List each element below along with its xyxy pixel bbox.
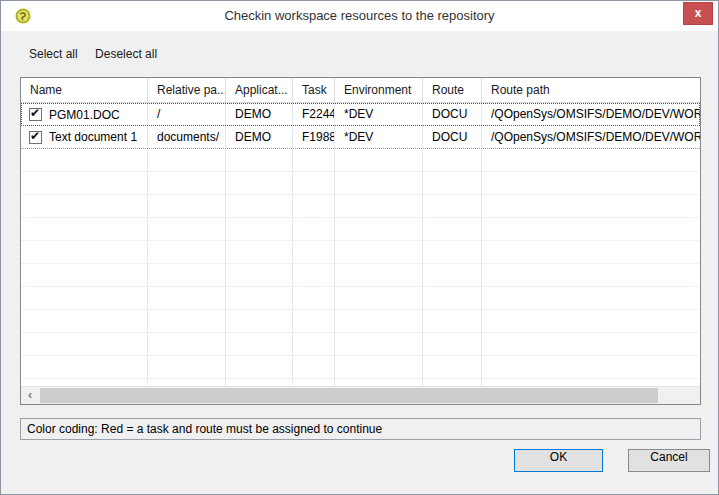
select-all-link[interactable]: Select all (29, 47, 78, 61)
table-row[interactable]: ✔ Text document 1 documents/ DEMO F1988 … (21, 126, 700, 149)
name-cell: ✔ PGM01.DOC (21, 103, 148, 126)
environment-cell: *DEV (335, 126, 423, 148)
grid-line (292, 149, 293, 386)
route-path-cell: /QOpenSys/OMSIFS/DEMO/DEV/WORD/ (482, 103, 700, 126)
window-title: Checkin workspace resources to the repos… (41, 1, 678, 31)
column-header-route-path[interactable]: Route path (482, 78, 700, 102)
task-cell: F1988 (293, 126, 335, 148)
table-header-row: Name Relative pa... Applicat... Task Env… (21, 78, 700, 103)
resource-name: PGM01.DOC (49, 104, 120, 126)
deselect-all-link[interactable]: Deselect all (95, 47, 157, 61)
column-header-name[interactable]: Name (21, 78, 148, 102)
task-cell: F2244 (293, 103, 335, 126)
table-row[interactable]: ✔ PGM01.DOC / DEMO F2244 *DEV DOCU /QOpe… (21, 103, 700, 126)
resources-table: Name Relative pa... Applicat... Task Env… (20, 77, 701, 405)
selection-links: Select all Deselect all (29, 47, 171, 61)
route-cell: DOCU (423, 103, 482, 126)
relative-path-cell: / (148, 103, 226, 126)
dialog-window: Checkin workspace resources to the repos… (0, 0, 719, 495)
column-header-route[interactable]: Route (423, 78, 482, 102)
scrollbar-thumb[interactable] (40, 388, 658, 403)
cancel-button[interactable]: Cancel (628, 449, 710, 472)
application-cell: DEMO (226, 126, 293, 148)
status-message: Color coding: Red = a task and route mus… (27, 422, 382, 436)
title-bar: Checkin workspace resources to the repos… (1, 1, 718, 31)
grid-line (422, 149, 423, 386)
table-empty-area (21, 149, 700, 386)
application-cell: DEMO (226, 103, 293, 126)
resource-name: Text document 1 (49, 126, 137, 148)
grid-line (147, 149, 148, 386)
checkmark-icon: ✔ (30, 130, 40, 143)
ok-button[interactable]: OK (514, 449, 603, 472)
close-button[interactable]: x (683, 2, 713, 25)
column-header-application[interactable]: Applicat... (226, 78, 293, 102)
checkmark-icon: ✔ (30, 107, 40, 120)
relative-path-cell: documents/ (148, 126, 226, 148)
status-message-box: Color coding: Red = a task and route mus… (20, 418, 701, 440)
grid-line (225, 149, 226, 386)
grid-line (334, 149, 335, 386)
column-header-relative-path[interactable]: Relative pa... (148, 78, 226, 102)
app-icon (15, 8, 31, 24)
scroll-left-arrow-icon[interactable]: ‹ (21, 387, 39, 404)
row-checkbox[interactable]: ✔ (29, 108, 42, 121)
route-cell: DOCU (423, 126, 482, 148)
column-header-environment[interactable]: Environment (335, 78, 423, 102)
name-cell: ✔ Text document 1 (21, 126, 148, 148)
route-path-cell: /QOpenSys/OMSIFS/DEMO/DEV/WORD/ (482, 126, 700, 148)
environment-cell: *DEV (335, 103, 423, 126)
row-checkbox[interactable]: ✔ (29, 131, 42, 144)
grid-line (481, 149, 482, 386)
column-header-task[interactable]: Task (293, 78, 335, 102)
horizontal-scrollbar[interactable]: ‹ (21, 386, 700, 404)
